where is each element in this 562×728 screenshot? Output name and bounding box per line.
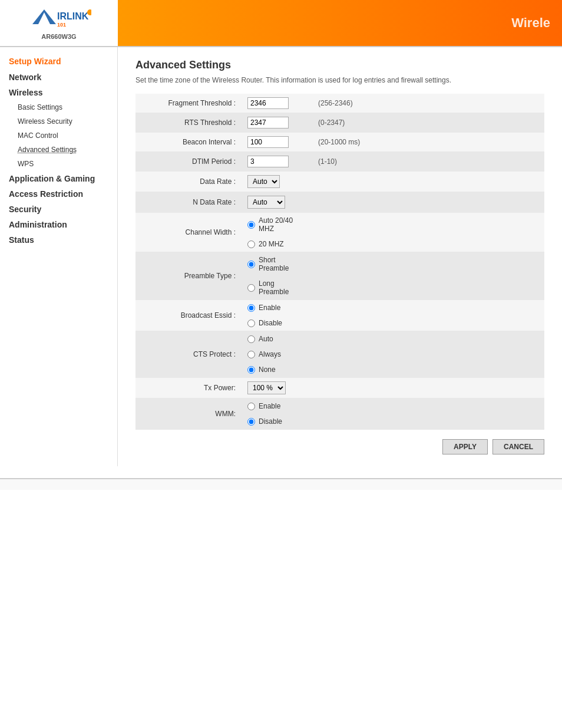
radio-label[interactable]: Enable [247, 304, 280, 312]
select-input[interactable]: AutoMCS0MCS1MCS2MCS3MCS4MCS5MCS6MCS7 [247, 196, 285, 209]
sidebar-item-security[interactable]: Security [0, 202, 117, 217]
radio-input[interactable] [247, 418, 255, 426]
table-row: CTS Protect :AutoAlwaysNone [135, 331, 544, 378]
text-input[interactable] [247, 156, 289, 167]
sidebar-item-network[interactable]: Network [0, 70, 117, 85]
field-label: Broadcast Essid : [135, 300, 242, 331]
radio-input[interactable] [247, 403, 255, 410]
radio-input[interactable] [247, 335, 255, 343]
field-label: RTS Threshold : [135, 113, 242, 133]
field-label: DTIM Period : [135, 152, 242, 172]
table-row: N Data Rate :AutoMCS0MCS1MCS2MCS3MCS4MCS… [135, 192, 544, 213]
text-input[interactable] [247, 117, 289, 129]
sidebar-item-setup-wizard[interactable]: Setup Wizard [0, 53, 117, 70]
table-row: Broadcast Essid :EnableDisable [135, 300, 544, 331]
field-label: N Data Rate : [135, 192, 242, 213]
sidebar-item-wireless[interactable]: Wireless [0, 85, 117, 100]
radio-group: EnableDisable [247, 304, 306, 327]
radio-label[interactable]: Disable [247, 319, 282, 327]
apply-button[interactable]: APPLY [442, 439, 488, 454]
content-area: Advanced Settings Set the time zone of t… [118, 47, 562, 466]
table-row: Tx Power:100 %75 %50 %25 % [135, 378, 544, 398]
field-hint [312, 378, 544, 398]
footer-line [0, 478, 562, 490]
radio-group: EnableDisable [247, 402, 306, 426]
table-row: DTIM Period :(1-10) [135, 152, 544, 172]
model-label: AR660W3G [41, 33, 76, 40]
field-label: Preamble Type : [135, 252, 242, 300]
field-label: Data Rate : [135, 172, 242, 192]
radio-input[interactable] [247, 241, 255, 248]
radio-group: AutoAlwaysNone [247, 335, 306, 374]
page-description: Set the time zone of the Wireless Router… [135, 76, 544, 84]
field-hint: (20-1000 ms) [312, 133, 544, 152]
text-input[interactable] [247, 97, 289, 109]
table-row: Preamble Type :Short PreambleLong Preamb… [135, 252, 544, 300]
radio-group: Auto 20/40 MHZ20 MHZ [247, 216, 306, 248]
sidebar-item-administration[interactable]: Administration [0, 217, 117, 232]
radio-label[interactable]: 20 MHZ [247, 240, 284, 248]
table-row: Channel Width :Auto 20/40 MHZ20 MHZ [135, 213, 544, 252]
cancel-button[interactable]: CANCEL [492, 439, 544, 454]
radio-label[interactable]: Always [247, 350, 281, 358]
select-input[interactable]: 100 %75 %50 %25 % [247, 381, 286, 394]
sidebar-item-advanced-settings[interactable]: Advanced Settings [0, 143, 117, 157]
radio-input[interactable] [247, 319, 255, 327]
radio-label[interactable]: Short Preamble [247, 256, 306, 272]
radio-input[interactable] [247, 366, 255, 374]
field-label: Tx Power: [135, 378, 242, 398]
radio-label[interactable]: None [247, 365, 276, 374]
field-label: Beacon Interval : [135, 133, 242, 152]
field-hint: (1-10) [312, 152, 544, 172]
field-hint [312, 331, 544, 378]
page-title: Advanced Settings [135, 59, 544, 71]
sidebar-item-basic-settings[interactable]: Basic Settings [0, 100, 117, 114]
table-row: Beacon Interval :(20-1000 ms) [135, 133, 544, 152]
svg-text:IRLINK: IRLINK [57, 11, 89, 21]
radio-label[interactable]: Auto 20/40 MHZ [247, 216, 306, 233]
banner-text: Wirele [511, 15, 550, 31]
field-label: Fragment Threshold : [135, 94, 242, 113]
radio-input[interactable] [247, 261, 255, 268]
radio-input[interactable] [247, 304, 255, 312]
radio-input[interactable] [247, 351, 255, 358]
table-row: Fragment Threshold :(256-2346) [135, 94, 544, 113]
field-hint: (0-2347) [312, 113, 544, 133]
header: IRLINK 101 AR660W3G Wirele [0, 0, 562, 47]
field-hint [312, 300, 544, 331]
sidebar-item-application-gaming[interactable]: Application & Gaming [0, 171, 117, 186]
radio-label[interactable]: Long Preamble [247, 279, 306, 296]
radio-input[interactable] [247, 221, 255, 229]
table-row: RTS Threshold :(0-2347) [135, 113, 544, 133]
table-row: WMM:EnableDisable [135, 398, 544, 430]
radio-label[interactable]: Disable [247, 417, 282, 426]
sidebar: Setup Wizard Network Wireless Basic Sett… [0, 47, 118, 466]
radio-label[interactable]: Enable [247, 402, 280, 410]
radio-input[interactable] [247, 284, 255, 292]
svg-text:101: 101 [57, 22, 66, 28]
radio-group: Short PreambleLong Preamble [247, 256, 306, 296]
button-row: APPLY CANCEL [135, 439, 544, 454]
text-input[interactable] [247, 136, 289, 148]
header-banner: Wirele [118, 0, 562, 46]
sidebar-item-mac-control[interactable]: MAC Control [0, 129, 117, 143]
sidebar-item-access-restriction[interactable]: Access Restriction [0, 186, 117, 202]
sidebar-item-wireless-security[interactable]: Wireless Security [0, 114, 117, 129]
radio-label[interactable]: Auto [247, 335, 273, 343]
logo-area: IRLINK 101 AR660W3G [0, 0, 118, 46]
field-label: Channel Width : [135, 213, 242, 252]
field-label: CTS Protect : [135, 331, 242, 378]
logo-icon: IRLINK 101 [27, 6, 91, 31]
field-hint: (256-2346) [312, 94, 544, 113]
field-hint [312, 398, 544, 430]
main-layout: Setup Wizard Network Wireless Basic Sett… [0, 47, 562, 466]
field-label: WMM: [135, 398, 242, 430]
field-hint [312, 172, 544, 192]
table-row: Data Rate :Auto125.51169121824364854 [135, 172, 544, 192]
select-input[interactable]: Auto125.51169121824364854 [247, 175, 280, 188]
sidebar-item-status[interactable]: Status [0, 232, 117, 248]
sidebar-item-wps[interactable]: WPS [0, 157, 117, 171]
settings-table: Fragment Threshold :(256-2346)RTS Thresh… [135, 94, 544, 430]
field-hint [312, 213, 544, 252]
field-hint [312, 192, 544, 213]
